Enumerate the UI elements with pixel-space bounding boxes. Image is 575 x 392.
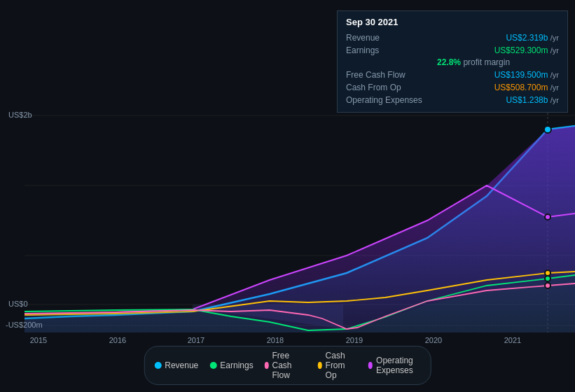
svg-text:2021: 2021 [504, 336, 521, 344]
legend-item-opex[interactable]: Operating Expenses [368, 356, 421, 375]
svg-text:2016: 2016 [109, 336, 126, 344]
tooltip-opex-value: US$1.238b /yr [506, 95, 559, 105]
legend-item-earnings[interactable]: Earnings [209, 360, 253, 370]
tooltip-revenue-row: Revenue US$2.319b /yr [346, 31, 559, 44]
legend-dot-revenue [154, 362, 161, 369]
tooltip-earnings-row: Earnings US$529.300m /yr [346, 44, 559, 57]
legend-dot-cashop [318, 362, 322, 369]
legend-dot-opex [368, 362, 373, 369]
tooltip-earnings-label: Earnings [346, 46, 437, 55]
chart-legend: Revenue Earnings Free Cash Flow Cash Fro… [144, 346, 431, 385]
tooltip-revenue-label: Revenue [346, 33, 437, 43]
legend-label-cashop: Cash From Op [326, 351, 358, 380]
svg-text:2020: 2020 [425, 336, 442, 344]
svg-point-14 [545, 276, 550, 281]
svg-text:US$0: US$0 [8, 300, 28, 308]
svg-point-15 [545, 283, 550, 288]
svg-text:-US$200m: -US$200m [6, 321, 43, 329]
legend-label-fcf: Free Cash Flow [272, 351, 306, 380]
profit-margin-value: 22.8% [437, 57, 461, 67]
tooltip-fcf-row: Free Cash Flow US$139.500m /yr [346, 69, 559, 81]
tooltip-earnings-value: US$529.300m /yr [494, 46, 559, 55]
legend-label-revenue: Revenue [165, 360, 198, 370]
legend-label-opex: Operating Expenses [376, 356, 421, 375]
legend-item-cashop[interactable]: Cash From Op [318, 351, 357, 380]
svg-point-12 [545, 214, 550, 220]
profit-margin-label: profit margin [463, 57, 510, 67]
legend-item-fcf[interactable]: Free Cash Flow [265, 351, 307, 380]
svg-text:2015: 2015 [30, 336, 47, 344]
legend-dot-earnings [209, 362, 216, 369]
chart-container: US$0 -US$200m US$2b 2015 2016 2017 2018 … [0, 0, 575, 392]
svg-text:US$2b: US$2b [8, 111, 32, 119]
tooltip-fcf-label: Free Cash Flow [346, 70, 437, 80]
tooltip-box: Sep 30 2021 Revenue US$2.319b /yr Earnin… [337, 10, 568, 113]
legend-item-revenue[interactable]: Revenue [154, 360, 198, 370]
legend-dot-fcf [265, 362, 269, 369]
tooltip-cashop-value: US$508.700m /yr [494, 83, 559, 92]
tooltip-cashop-row: Cash From Op US$508.700m /yr [346, 81, 559, 94]
svg-point-13 [545, 270, 550, 276]
tooltip-fcf-value: US$139.500m /yr [494, 70, 559, 80]
profit-margin-row: 22.8% profit margin [346, 57, 559, 69]
tooltip-revenue-value: US$2.319b /yr [506, 33, 559, 43]
svg-text:2019: 2019 [346, 336, 363, 344]
svg-point-11 [544, 126, 551, 133]
tooltip-opex-label: Operating Expenses [346, 95, 437, 105]
tooltip-date: Sep 30 2021 [346, 17, 559, 27]
tooltip-opex-row: Operating Expenses US$1.238b /yr [346, 94, 559, 106]
svg-text:2018: 2018 [267, 336, 284, 344]
tooltip-cashop-label: Cash From Op [346, 83, 437, 92]
svg-text:2017: 2017 [188, 336, 205, 344]
legend-label-earnings: Earnings [220, 360, 253, 370]
